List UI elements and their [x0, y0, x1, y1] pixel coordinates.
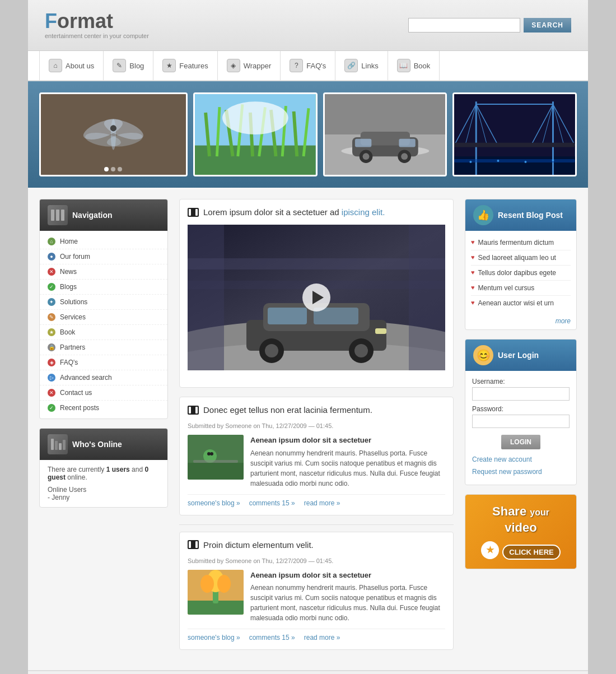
section2-comments[interactable]: comments 15 »	[249, 499, 295, 507]
login-button[interactable]: LOGIN	[501, 435, 540, 449]
section3-post-body: Aenean nonummy hendrerit mauris. Phasell…	[250, 584, 440, 622]
section2-blog-link[interactable]: someone's blog »	[188, 499, 240, 507]
whos-online-header: Who's Online	[40, 429, 167, 460]
navigation-icon	[48, 205, 68, 225]
advanced-bullet-icon: ▷	[48, 374, 55, 382]
nav-item-about[interactable]: ⌂ About us	[39, 51, 104, 80]
whos-online-icon	[48, 434, 68, 454]
sidebar-item-services-label: Services	[60, 313, 86, 321]
nav-item-book[interactable]: 📖 Book	[388, 51, 440, 80]
gallery-item-bridge[interactable]	[452, 92, 577, 176]
sidebar-item-book[interactable]: ★ Book	[40, 325, 167, 340]
whos-online-label: Who's Online	[72, 440, 122, 449]
svg-point-19	[222, 101, 288, 134]
heart-icon-4: ♥	[471, 284, 475, 291]
sidebar-item-faqs[interactable]: ◈ FAQ's	[40, 355, 167, 370]
partners-bullet-icon: 🔒	[48, 343, 55, 351]
book-icon: 📖	[397, 59, 410, 72]
contact-bullet-icon: ✕	[48, 389, 55, 397]
sidebar-item-news[interactable]: ✕ News	[40, 264, 167, 280]
links-icon: 🔗	[344, 59, 358, 72]
sidebar-item-blogs[interactable]: ✓ Blogs	[40, 280, 167, 295]
post-divider	[179, 524, 454, 525]
section3-comments[interactable]: comments 15 »	[249, 634, 295, 642]
create-account-link[interactable]: Create new account	[472, 454, 570, 466]
sidebar-item-contact[interactable]: ✕ Contact us	[40, 385, 167, 401]
share-video: video	[505, 520, 536, 534]
users-count: 1 users	[106, 466, 130, 473]
section2-read-more[interactable]: read more »	[304, 499, 340, 507]
nav-item-blog[interactable]: ✎ Blog	[104, 51, 153, 80]
section3-read-more[interactable]: read more »	[304, 634, 340, 642]
section2-meta: Submitted by Someone on Thu, 12/27/2009 …	[188, 422, 445, 429]
sidebar-item-forum[interactable]: ● Our forum	[40, 249, 167, 264]
sidebar-item-recent[interactable]: ✓ Recent posts	[40, 401, 167, 415]
dot-1	[104, 167, 109, 171]
play-button[interactable]	[302, 283, 330, 312]
navbar: ⌂ About us ✎ Blog ★ Features ◈ Wrapper ?…	[28, 51, 588, 81]
section3-title-text: Proin dictum elementum velit.	[203, 540, 314, 550]
blog-post-item-3: ♥ Tellus dolor dapibus egete	[471, 266, 571, 281]
faqs-bullet-icon: ◈	[48, 359, 55, 366]
section2-post-body: Aenean nonummy hendrerit mauris. Phasell…	[250, 449, 440, 487]
nav-label-features: Features	[179, 62, 208, 70]
heart-icon-3: ♥	[471, 269, 475, 276]
dot-2	[111, 167, 115, 171]
sidebar-item-advanced[interactable]: ▷ Advanced search	[40, 370, 167, 385]
sidebar-item-services[interactable]: ✎ Services	[40, 310, 167, 325]
blog-post-item-2-text: Sed laoreet aliquam leo ut	[478, 254, 556, 262]
film-icon-3	[188, 540, 199, 549]
password-input[interactable]	[472, 415, 570, 428]
request-password-link[interactable]: Request new password	[472, 466, 570, 478]
navigation-box: Navigation ⌂ Home ● Our forum ✕ News	[39, 199, 168, 419]
svg-point-49	[552, 159, 554, 161]
online-suffix: online.	[67, 473, 87, 481]
blog-post-2: Donec eget tellus non erat lacinia ferme…	[179, 397, 454, 515]
sidebar-item-book-label: Book	[60, 328, 75, 336]
share-word: Share	[492, 504, 526, 518]
heart-icon-5: ♥	[471, 299, 475, 306]
sidebar-item-solutions[interactable]: ✦ Solutions	[40, 295, 167, 310]
gallery-item-car[interactable]	[323, 92, 447, 176]
footer: FORMAT © 2010 Privacy policy About Us | …	[28, 670, 588, 674]
click-here-button[interactable]: CLICK HERE	[502, 545, 560, 560]
logo: Format entertainment center in your comp…	[45, 11, 149, 39]
sidebar-item-news-label: News	[60, 268, 77, 276]
blog-post-item-3-text: Tellus dolor dapibus egete	[478, 269, 556, 277]
section3-blog-link[interactable]: someone's blog »	[188, 634, 240, 642]
logo-title: Format	[45, 11, 149, 31]
gallery-item-grass[interactable]	[193, 92, 318, 176]
nav-item-features[interactable]: ★ Features	[153, 51, 217, 80]
nav-item-wrapper[interactable]: ◈ Wrapper	[218, 51, 281, 80]
sidebar-item-home[interactable]: ⌂ Home	[40, 234, 167, 249]
search-button[interactable]: SEARCH	[524, 18, 571, 32]
gallery-item-dragonfly[interactable]	[39, 92, 188, 176]
svg-rect-68	[375, 328, 386, 334]
news-bullet-icon: ✕	[48, 268, 55, 276]
nav-item-links[interactable]: 🔗 Links	[335, 51, 388, 80]
blog-post-item-1: ♥ Mauris fermentum dictum	[471, 235, 571, 250]
svg-rect-51	[56, 210, 59, 221]
blog-post-item-5: ♥ Aenean auctor wisi et urn	[471, 296, 571, 310]
username-input[interactable]	[472, 387, 570, 401]
video-player[interactable]	[188, 225, 445, 370]
search-input[interactable]	[408, 18, 520, 32]
svg-point-67	[354, 344, 368, 357]
section1-title-text: Lorem ipsum dolor sit a sectetuer ad ipi…	[203, 207, 385, 217]
section1-title: Lorem ipsum dolor sit a sectetuer ad ipi…	[188, 207, 445, 217]
blog-icon: ✎	[113, 59, 126, 72]
online-users-label: Online Users	[48, 486, 160, 494]
post-thumb-frog	[188, 435, 244, 480]
svg-rect-53	[51, 439, 54, 450]
username-label: Username:	[472, 378, 570, 385]
svg-rect-55	[59, 443, 62, 450]
sidebar-item-partners[interactable]: 🔒 Partners	[40, 340, 167, 355]
video-section: Lorem ipsum dolor sit a sectetuer ad ipi…	[179, 199, 454, 388]
nav-item-faqs[interactable]: ? FAQ's	[281, 51, 335, 80]
sidebar-item-advanced-label: Advanced search	[60, 374, 112, 382]
more-link[interactable]: more	[556, 317, 571, 325]
navigation-header: Navigation	[40, 199, 167, 231]
login-label: User Login	[498, 351, 539, 360]
svg-rect-44	[454, 143, 575, 147]
post-thumb-tulip	[188, 570, 244, 615]
